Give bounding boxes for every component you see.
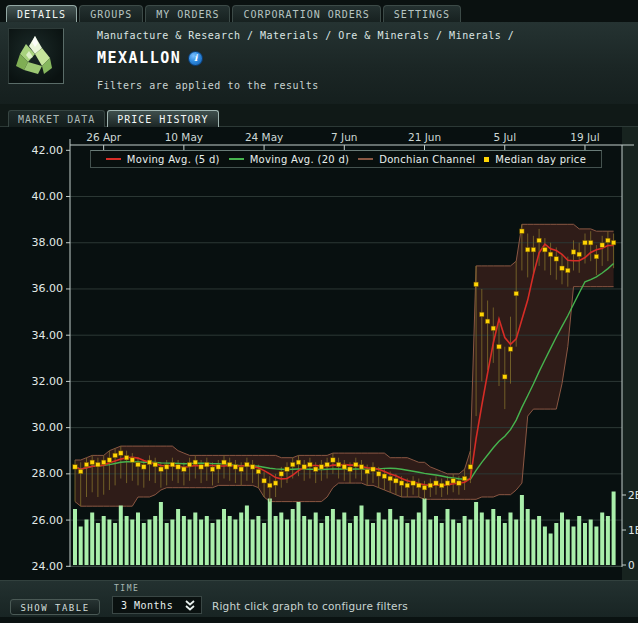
ma20-swatch-icon [229, 158, 244, 160]
volume-bar [405, 523, 409, 565]
volume-bar [520, 495, 524, 565]
median-day-price-dot [417, 483, 421, 487]
median-day-price-dot [256, 469, 260, 473]
volume-bar [96, 523, 100, 565]
date-tick-label: 10 May [165, 131, 203, 143]
volume-bar [153, 516, 157, 565]
volume-bar [199, 520, 203, 566]
volume-bar [549, 534, 553, 566]
volume-bar [79, 527, 83, 566]
volume-bar [113, 523, 117, 565]
time-range-value: 3 Months [121, 600, 173, 611]
median-day-price-dot [79, 469, 83, 473]
info-icon[interactable]: i [188, 51, 203, 66]
volume-bar [308, 520, 312, 566]
volume-bar [130, 520, 134, 566]
volume-bar [205, 516, 209, 565]
date-tick-label: 21 Jun [408, 131, 441, 143]
median-day-price-dot [405, 483, 409, 487]
median-day-price-dot [354, 462, 358, 466]
median-day-price-dot [451, 479, 455, 483]
median-day-price-dot [187, 462, 191, 466]
median-day-price-dot [359, 465, 363, 469]
volume-bar [509, 513, 513, 566]
price-tick-label: 36.00 [32, 282, 64, 295]
window-bottom-edge [0, 617, 638, 623]
median-day-price-dot [102, 460, 106, 464]
legend-median-label: Median day price [495, 154, 586, 165]
median-day-price-dot [445, 481, 449, 485]
volume-bar [279, 513, 283, 566]
median-day-price-dot [319, 465, 323, 469]
median-day-price-dot [325, 462, 329, 466]
median-day-price-dot [514, 291, 518, 295]
volume-bar [589, 520, 593, 566]
tab-market-data[interactable]: MARKET DATA [8, 110, 105, 128]
median-day-price-dot [457, 481, 461, 485]
volume-bar [606, 516, 610, 565]
volume-bar [446, 509, 450, 565]
tab-my-orders[interactable]: MY ORDERS [145, 5, 230, 23]
median-day-price-dot [480, 312, 484, 316]
volume-bar [400, 516, 404, 565]
date-tick-label: 24 May [245, 131, 283, 143]
median-day-price-dot [491, 326, 495, 330]
breadcrumb[interactable]: Manufacture & Research / Materials / Ore… [97, 30, 514, 41]
median-day-price-dot [245, 462, 249, 466]
median-day-price-dot [119, 451, 123, 455]
volume-bar [382, 520, 386, 566]
median-day-price-dot [73, 465, 77, 469]
item-header: Manufacture & Research / Materials / Ore… [0, 22, 638, 104]
median-day-price-dot [273, 481, 277, 485]
volume-bar [554, 523, 558, 565]
tab-groups[interactable]: GROUPS [79, 5, 143, 23]
tab-corporation-orders[interactable]: CORPORATION ORDERS [232, 5, 380, 23]
median-day-price-dot [233, 465, 237, 469]
median-day-price-dot [394, 479, 398, 483]
median-day-price-dot [526, 248, 530, 252]
median-day-price-dot [485, 319, 489, 323]
volume-bar [486, 520, 490, 566]
mineral-item-icon[interactable] [8, 28, 64, 84]
median-day-price-dot [84, 462, 88, 466]
median-day-price-dot [228, 462, 232, 466]
tab-price-history[interactable]: PRICE HISTORY [107, 110, 218, 128]
date-tick-label: 7 Jun [331, 131, 357, 143]
volume-bar [211, 523, 215, 565]
median-day-price-dot [537, 238, 541, 242]
median-day-price-dot [142, 465, 146, 469]
price-tick-label: 40.00 [32, 190, 64, 203]
volume-tick-label: 0 [628, 559, 635, 571]
tab-settings[interactable]: SETTINGS [383, 5, 461, 23]
price-tick-label: 28.00 [32, 467, 64, 480]
volume-bar [325, 516, 329, 565]
median-day-price-dot [262, 479, 266, 483]
median-day-price-dot [468, 465, 472, 469]
chevron-double-down-icon [183, 599, 197, 612]
median-day-price-dot [331, 458, 335, 462]
volume-bar [256, 516, 260, 565]
volume-bar [480, 513, 484, 566]
price-tick-label: 24.00 [32, 560, 64, 573]
volume-bar [73, 509, 77, 565]
volume-bar [491, 509, 495, 565]
legend-donchian: Donchian Channel [358, 154, 475, 165]
tab-details[interactable]: DETAILS [6, 5, 77, 23]
volume-bar [457, 523, 461, 565]
median-day-price-dot [371, 467, 375, 471]
volume-bar [176, 509, 180, 565]
median-day-price-dot [497, 345, 501, 349]
median-day-price-dot [399, 481, 403, 485]
price-history-chart[interactable]: 26 Apr10 May24 May7 Jun21 Jun5 Jul19 Jul… [0, 127, 638, 580]
median-day-price-dot [90, 460, 94, 464]
median-day-price-dot [611, 241, 615, 245]
median-day-price-dot [165, 465, 169, 469]
median-day-price-dot [388, 476, 392, 480]
volume-bar [468, 520, 472, 566]
time-range-dropdown[interactable]: 3 Months [112, 596, 202, 614]
show-table-button[interactable]: SHOW TABLE [10, 599, 100, 615]
price-tick-label: 32.00 [32, 375, 64, 388]
median-day-price-dot [107, 458, 111, 462]
volume-bar [600, 513, 604, 566]
volume-bar [371, 523, 375, 565]
